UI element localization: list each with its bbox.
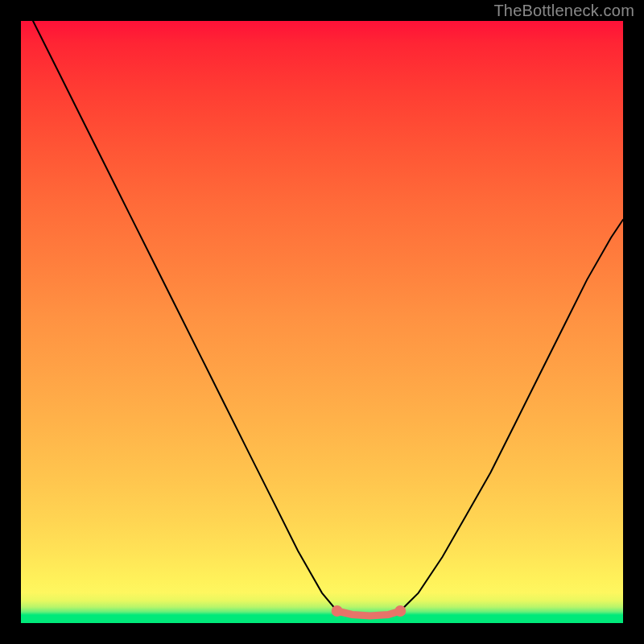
plot-area xyxy=(21,21,623,623)
chart-stage: TheBottleneck.com xyxy=(0,0,644,644)
heat-gradient xyxy=(21,21,623,623)
watermark: TheBottleneck.com xyxy=(493,2,634,20)
